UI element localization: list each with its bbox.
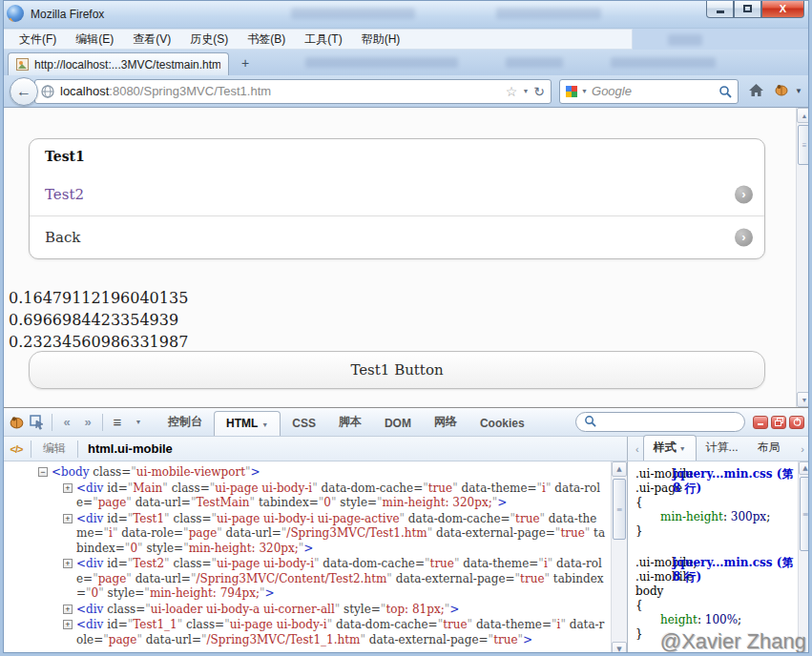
html-tree-scrollbar[interactable]: ▲ ≡ ▼ (611, 461, 627, 656)
menu-view[interactable]: 查看(V) (124, 29, 179, 51)
css-file-link[interactable]: jquery...min.css (第 8 行) (673, 467, 795, 496)
menu-file[interactable]: 文件(F) (10, 29, 65, 51)
html-tree-node[interactable]: +<div class="ui-loader ui-body-a ui-corn… (0, 603, 606, 618)
tab-script[interactable]: 脚本 (327, 409, 373, 436)
html-tree-node[interactable]: +<div id="Test2" class="ui-page ui-body-… (0, 557, 606, 602)
list-header: Test1 (30, 139, 764, 174)
scrollbar-thumb[interactable]: ≡ (613, 479, 626, 540)
new-tab-button[interactable]: + (233, 54, 258, 73)
title-bar: Mozilla Firefox X (0, 0, 812, 29)
home-button[interactable] (748, 83, 764, 100)
side-tabs-prev-icon[interactable]: ‹ (632, 443, 643, 455)
url-host: localhost (60, 84, 109, 98)
code-brackets-icon[interactable]: </> (6, 439, 27, 460)
tab-console[interactable]: 控制台 (156, 409, 214, 436)
scroll-down-icon[interactable]: ▼ (612, 642, 627, 656)
firebug-deactivate-icon[interactable] (789, 416, 804, 429)
panel-list-icon[interactable]: ≡ (107, 412, 128, 433)
expand-icon[interactable]: + (63, 620, 73, 629)
close-button[interactable]: X (761, 0, 804, 18)
html-tree: −<body class="ui-mobile-viewport">+<div … (0, 461, 628, 656)
scroll-up-icon[interactable]: ▲ (612, 461, 627, 477)
collapse-icon[interactable]: − (38, 467, 48, 477)
menu-help[interactable]: 帮助(H) (353, 29, 409, 51)
url-text[interactable]: localhost:8080/Spring3MVC/Test1.htm (60, 84, 500, 98)
firebug-detach-icon[interactable] (771, 416, 786, 429)
minimize-button[interactable] (706, 0, 734, 18)
style-panel-scrollbar[interactable]: ▲ ≡ (798, 461, 812, 656)
toolbar-overflow-icon[interactable]: ▼ (795, 87, 802, 95)
side-tabs-next-icon[interactable]: › (797, 443, 808, 455)
search-engine-dropdown-icon[interactable]: ▼ (581, 88, 588, 94)
navigation-bar: ← localhost:8080/Spring3MVC/Test1.htm ☆ … (0, 75, 812, 108)
search-bar[interactable]: ▼ (559, 79, 739, 104)
firebug-menu-icon[interactable] (6, 412, 27, 433)
firebug-window-controls (753, 416, 804, 429)
menu-edit[interactable]: 编辑(E) (67, 29, 122, 51)
side-panel-header: ‹ 样式▼ 计算... 布局 › (628, 437, 812, 461)
back-button[interactable]: ← (10, 77, 38, 106)
css-style-panel: jquery...min.css (第 8 行).ui-mobile.ui-pa… (628, 461, 812, 656)
chevron-right-icon: › (735, 186, 753, 204)
tab-computed[interactable]: 计算... (697, 436, 748, 461)
scrollbar-thumb[interactable]: ≡ (800, 477, 811, 551)
page-scrollbar[interactable]: ▲ ≡ ▼ (796, 108, 812, 407)
url-bar[interactable]: localhost:8080/Spring3MVC/Test1.htm ☆ ▼ … (34, 79, 552, 104)
css-declaration[interactable]: min-height: 300px; (635, 510, 795, 524)
html-tree-node[interactable]: +<div id="Test1" class="ui-page ui-body-… (0, 512, 606, 557)
firebug-subtoolbar: </> 编辑 html.ui-mobile ‹ 样式▼ 计算... 布局 › (0, 437, 812, 461)
bookmark-star-icon[interactable]: ☆ (506, 84, 518, 99)
search-magnifier-icon[interactable] (718, 85, 732, 98)
scroll-down-icon[interactable]: ▼ (797, 392, 812, 407)
firebug-search-input[interactable] (601, 416, 737, 429)
search-input[interactable] (592, 84, 715, 98)
list-item-label[interactable]: Back (45, 229, 80, 246)
scroll-up-icon[interactable]: ▲ (799, 461, 812, 475)
maximize-button[interactable] (734, 0, 761, 18)
scrollbar-thumb[interactable]: ≡ (798, 125, 811, 165)
expand-icon[interactable]: + (63, 559, 73, 568)
tab-html[interactable]: HTML▼ (214, 411, 281, 436)
nav-back-icon[interactable]: « (56, 412, 77, 433)
tab-dom[interactable]: DOM (373, 412, 423, 436)
inspect-element-icon[interactable] (27, 412, 48, 433)
css-file-link[interactable]: jquery...min.css (第 8 行) (673, 556, 795, 584)
firebug-search-bar[interactable] (575, 412, 745, 432)
firebug-minimize-icon[interactable] (753, 416, 768, 429)
css-declaration[interactable]: height: 100%; (635, 613, 795, 627)
tab-cookies[interactable]: Cookies (468, 412, 536, 436)
list-item-back[interactable]: Back › (30, 216, 764, 258)
tab-style-dropdown-icon[interactable]: ▼ (679, 445, 686, 452)
expand-icon[interactable]: + (63, 483, 73, 493)
nav-forward-icon[interactable]: » (77, 412, 98, 433)
edit-button[interactable]: 编辑 (35, 439, 73, 459)
menu-bookmarks[interactable]: 书签(B) (239, 29, 294, 51)
element-source: <div class="ui-loader ui-body-a ui-corne… (76, 603, 459, 618)
tab-layout[interactable]: 布局 (748, 436, 790, 461)
html-tree-node[interactable]: +<div id="Test1_1" class="ui-page ui-bod… (0, 618, 606, 647)
firebug-tabs: 控制台 HTML▼ CSS 脚本 DOM 网络 Cookies (156, 408, 536, 436)
html-tree-node[interactable]: +<div id="Main" class="ui-page ui-body-i… (0, 482, 606, 511)
scroll-up-icon[interactable]: ▲ (797, 108, 812, 123)
expand-icon[interactable]: + (63, 605, 73, 614)
tab-css[interactable]: CSS (281, 412, 327, 436)
menu-history[interactable]: 历史(S) (181, 29, 237, 51)
html-panel-header: </> 编辑 html.ui-mobile (0, 437, 628, 461)
panel-list-dropdown-icon[interactable]: ▼ (128, 412, 149, 433)
browser-tab[interactable]: http://localhost:...3MVC/testmain.htm (8, 52, 229, 75)
breadcrumb[interactable]: html.ui-mobile (88, 441, 173, 456)
reload-icon[interactable]: ↻ (533, 84, 545, 99)
css-selector[interactable]: body (635, 584, 795, 599)
expand-icon[interactable]: + (63, 514, 73, 523)
list-item-test2[interactable]: Test2 › (30, 174, 764, 216)
html-tree-node[interactable]: −<body class="ui-mobile-viewport"> (0, 465, 606, 481)
random-numbers: 0.16479112196040135 0.6966984423354939 0… (9, 287, 188, 353)
url-dropdown-icon[interactable]: ▼ (522, 88, 529, 94)
test1-button[interactable]: Test1 Button (29, 351, 765, 389)
tab-style[interactable]: 样式▼ (643, 435, 697, 461)
tab-network[interactable]: 网络 (423, 409, 468, 436)
tab-html-dropdown-icon[interactable]: ▼ (261, 421, 268, 428)
firebug-toolbar-button[interactable] (774, 83, 789, 99)
menu-tools[interactable]: 工具(T) (296, 29, 350, 51)
list-item-label[interactable]: Test2 (45, 186, 84, 203)
